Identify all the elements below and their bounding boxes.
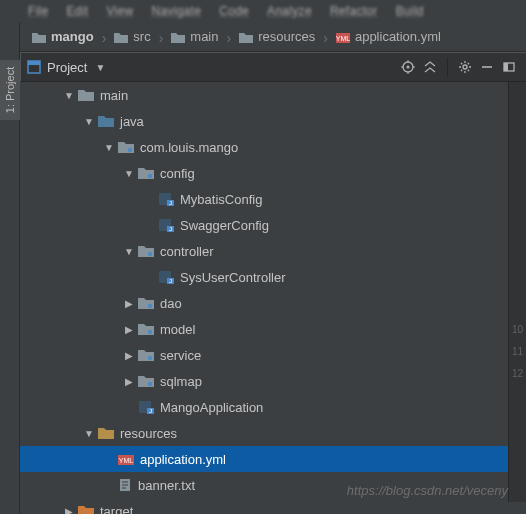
minimize-icon[interactable] xyxy=(476,56,498,78)
tree-item[interactable]: ▼resources xyxy=(20,420,526,446)
menu-item[interactable]: Edit xyxy=(67,4,89,18)
folder-icon xyxy=(78,88,94,102)
breadcrumb-item[interactable]: src xyxy=(110,29,154,44)
svg-point-35 xyxy=(148,330,152,334)
divider xyxy=(447,58,448,76)
svg-point-37 xyxy=(148,382,152,386)
locate-icon[interactable] xyxy=(397,56,419,78)
tree-item[interactable]: ▼controller xyxy=(20,238,526,264)
svg-text:YML: YML xyxy=(119,457,134,464)
expand-arrow-down-icon[interactable]: ▼ xyxy=(80,116,98,127)
tree-item-label: service xyxy=(160,348,201,363)
tree-item-label: banner.txt xyxy=(138,478,195,493)
menu-item[interactable]: View xyxy=(106,4,133,18)
tree-item[interactable]: ▼main xyxy=(20,82,526,108)
chevron-right-icon: › xyxy=(321,30,330,46)
expand-arrow-right-icon[interactable]: ▶ xyxy=(120,350,138,361)
tree-item[interactable]: ▼config xyxy=(20,160,526,186)
breadcrumb-item[interactable]: mango xyxy=(28,29,98,44)
svg-text:J: J xyxy=(169,278,172,284)
tree-item-label: SysUserController xyxy=(180,270,285,285)
tree-item-label: model xyxy=(160,322,195,337)
java-class-icon: J xyxy=(138,400,154,414)
tree-item[interactable]: ▶target xyxy=(20,498,526,514)
tree-item[interactable]: ▼java xyxy=(20,108,526,134)
target-folder-icon xyxy=(78,504,94,514)
tree-item[interactable]: JMangoApplication xyxy=(20,394,526,420)
tree-item-label: SwaggerConfig xyxy=(180,218,269,233)
svg-point-23 xyxy=(148,174,152,178)
tree-item[interactable]: JSysUserController xyxy=(20,264,526,290)
hide-icon[interactable] xyxy=(498,56,520,78)
tree-item-label: config xyxy=(160,166,195,181)
expand-arrow-right-icon[interactable]: ▶ xyxy=(120,298,138,309)
java-class-icon: J xyxy=(158,270,174,284)
breadcrumb-item[interactable]: main xyxy=(167,29,222,44)
svg-line-16 xyxy=(468,70,469,71)
tree-item[interactable]: YMLapplication.yml xyxy=(20,446,526,472)
tree-item-label: controller xyxy=(160,244,213,259)
tree-item-label: java xyxy=(120,114,144,129)
text-file-icon xyxy=(118,478,132,492)
tree-item-label: MybatisConfig xyxy=(180,192,262,207)
expand-arrow-right-icon[interactable]: ▶ xyxy=(60,506,78,515)
breadcrumb: mango › src › main › resources › YML app… xyxy=(0,22,526,52)
menu-item[interactable]: Analyze xyxy=(267,4,312,18)
left-tool-stripe: 1: Project xyxy=(0,22,20,514)
project-tree[interactable]: ▼main▼java▼com.louis.mango▼configJMybati… xyxy=(20,82,526,514)
svg-point-22 xyxy=(128,148,132,152)
gear-icon[interactable] xyxy=(454,56,476,78)
svg-point-5 xyxy=(407,66,410,69)
menu-item[interactable]: Navigate xyxy=(151,4,201,18)
chevron-right-icon: › xyxy=(100,30,109,46)
tree-item-label: application.yml xyxy=(140,452,226,467)
tree-item-label: MangoApplication xyxy=(160,400,263,415)
svg-text:YML: YML xyxy=(336,35,350,42)
editor-gutter: 10 11 12 xyxy=(508,82,526,502)
tree-item-label: dao xyxy=(160,296,182,311)
project-view-selector[interactable]: Project ▼ xyxy=(27,60,105,75)
svg-text:J: J xyxy=(149,408,152,414)
tree-item[interactable]: JSwaggerConfig xyxy=(20,212,526,238)
tree-item[interactable]: ▼com.louis.mango xyxy=(20,134,526,160)
tree-item-label: target xyxy=(100,504,133,515)
package-icon xyxy=(138,374,154,388)
menu-item[interactable]: Build xyxy=(396,4,424,18)
expand-arrow-right-icon[interactable]: ▶ xyxy=(120,376,138,387)
tree-item[interactable]: ▶model xyxy=(20,316,526,342)
tree-item[interactable]: JMybatisConfig xyxy=(20,186,526,212)
tool-window-tab-project[interactable]: 1: Project xyxy=(0,60,20,120)
folder-icon xyxy=(32,31,46,43)
breadcrumb-item[interactable]: resources xyxy=(235,29,319,44)
expand-arrow-down-icon[interactable]: ▼ xyxy=(80,428,98,439)
package-icon xyxy=(118,140,134,154)
tree-item[interactable]: ▶service xyxy=(20,342,526,368)
tree-item-label: com.louis.mango xyxy=(140,140,238,155)
breadcrumb-item[interactable]: YML application.yml xyxy=(332,29,445,44)
expand-arrow-down-icon[interactable]: ▼ xyxy=(100,142,118,153)
expand-arrow-down-icon[interactable]: ▼ xyxy=(120,168,138,179)
main-menu: File Edit View Navigate Code Analyze Ref… xyxy=(0,0,526,22)
expand-arrow-down-icon[interactable]: ▼ xyxy=(60,90,78,101)
menu-item[interactable]: Code xyxy=(219,4,249,18)
svg-text:J: J xyxy=(169,226,172,232)
package-icon xyxy=(138,322,154,336)
tree-item[interactable]: banner.txt xyxy=(20,472,526,498)
folder-icon xyxy=(114,31,128,43)
expand-arrow-down-icon[interactable]: ▼ xyxy=(120,246,138,257)
tree-item-label: resources xyxy=(120,426,177,441)
svg-point-36 xyxy=(148,356,152,360)
menu-item[interactable]: Refactor xyxy=(330,4,378,18)
collapse-all-icon[interactable] xyxy=(419,56,441,78)
package-icon xyxy=(138,348,154,362)
tree-item-label: main xyxy=(100,88,128,103)
tree-item[interactable]: ▶sqlmap xyxy=(20,368,526,394)
menu-item[interactable]: File xyxy=(28,4,49,18)
tree-item[interactable]: ▶dao xyxy=(20,290,526,316)
svg-line-18 xyxy=(468,63,469,64)
chevron-down-icon: ▼ xyxy=(95,62,105,73)
java-class-icon: J xyxy=(158,218,174,232)
chevron-right-icon: › xyxy=(157,30,166,46)
svg-line-15 xyxy=(461,63,462,64)
expand-arrow-right-icon[interactable]: ▶ xyxy=(120,324,138,335)
